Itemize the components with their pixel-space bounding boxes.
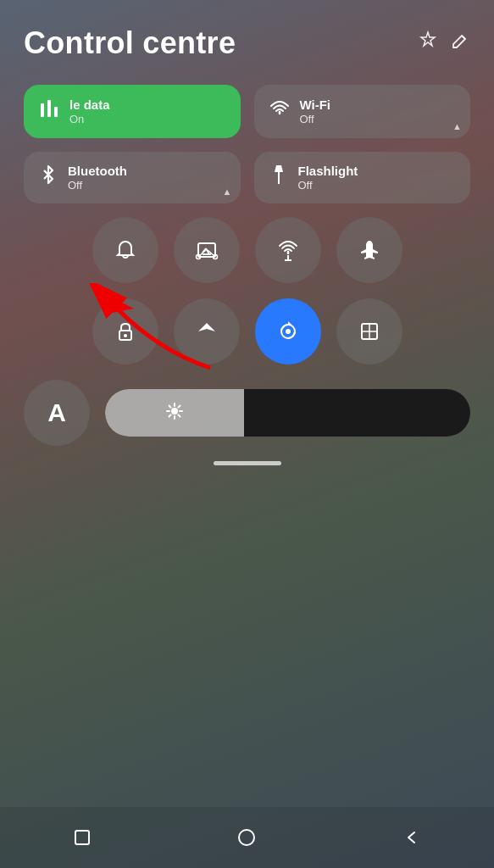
flashlight-text: Flashlight Off [298,164,358,192]
bluetooth-text: Bluetooth Off [68,164,127,192]
nav-back-button[interactable] [395,821,429,854]
top-tiles-row: le data On Wi-Fi Off ▲ [24,85,470,138]
wifi-hotspot-button[interactable] [255,217,321,283]
bluetooth-tile[interactable]: Bluetooth Off ▲ [24,152,241,203]
brightness-slider[interactable] [105,389,470,437]
svg-rect-30 [75,831,89,844]
svg-line-26 [169,405,170,407]
bottom-tiles-row: Bluetooth Off ▲ Flashlight Off [24,152,470,203]
brightness-icon [165,402,184,425]
brightness-fill [105,389,244,437]
screen-lock-button[interactable] [92,298,158,364]
brightness-row: A [24,380,470,446]
svg-line-28 [178,405,180,407]
svg-line-27 [178,415,180,416]
svg-rect-1 [41,103,44,117]
wifi-icon [268,97,291,126]
svg-marker-0 [421,32,435,46]
svg-point-17 [286,329,291,334]
wifi-status: Off [300,113,331,125]
font-size-button[interactable]: A [24,380,90,446]
flashlight-tile[interactable]: Flashlight Off [254,152,471,203]
bluetooth-expand-icon: ▲ [223,186,232,197]
wifi-tile[interactable]: Wi-Fi Off ▲ [254,85,471,138]
flashlight-label: Flashlight [298,164,358,179]
svg-rect-2 [47,100,51,117]
bluetooth-icon [37,164,59,192]
quick-actions-row1 [24,217,470,283]
svg-rect-3 [54,107,58,117]
wifi-expand-icon: ▲ [452,121,462,131]
bluetooth-status: Off [68,179,127,192]
airplane-mode-button[interactable] [336,217,402,283]
flashlight-icon [268,164,290,192]
svg-point-21 [171,408,178,415]
quick-actions-row2 [24,298,470,364]
settings-icon[interactable] [418,31,438,56]
edit-icon[interactable] [450,31,470,56]
svg-point-15 [124,334,127,337]
nav-home-button[interactable] [230,821,264,854]
wifi-text: Wi-Fi Off [300,97,331,125]
brightness-dark-area [244,389,470,437]
control-centre-header: Control centre [24,25,470,61]
page-title: Control centre [24,25,236,61]
mobile-data-text: le data On [69,97,110,125]
wifi-label: Wi-Fi [300,97,331,113]
home-bar [214,461,281,465]
header-actions [418,31,470,56]
home-indicator [24,461,470,465]
notifications-button[interactable] [92,217,158,283]
mobile-data-tile[interactable]: le data On [24,85,241,138]
location-button[interactable] [174,298,240,364]
nav-recents-button[interactable] [65,821,99,854]
font-label: A [47,398,66,427]
mobile-data-icon [37,97,61,126]
mobile-data-label: le data [69,97,110,113]
auto-rotate-button[interactable] [255,298,321,364]
bluetooth-label: Bluetooth [68,164,127,179]
screenshot-button[interactable] [174,217,240,283]
fullscreen-button[interactable] [336,298,402,364]
flashlight-status: Off [298,179,358,192]
svg-point-31 [239,830,254,845]
navigation-bar [0,807,494,868]
svg-line-29 [169,415,170,416]
mobile-data-status: On [69,113,110,125]
